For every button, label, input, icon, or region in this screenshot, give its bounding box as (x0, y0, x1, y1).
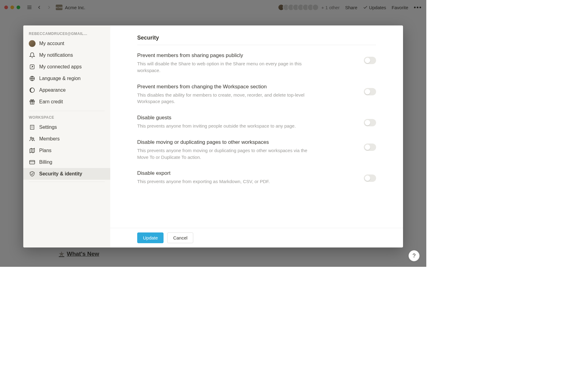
settings-sidebar: REBECCAMDRUCE0@GMAIL… My account My noti… (23, 25, 110, 247)
update-button[interactable]: Update (137, 232, 164, 243)
toggle-prevent-public-share[interactable] (364, 57, 376, 64)
setting-description: This will disable the Share to web optio… (137, 60, 309, 74)
credit-card-icon (29, 159, 36, 166)
sidebar-item-label: My account (39, 41, 64, 46)
bell-icon (29, 52, 36, 59)
svg-point-10 (32, 138, 34, 139)
sidebar-item-label: Settings (39, 125, 57, 130)
globe-icon (29, 75, 36, 82)
setting-disable-export: Disable export This prevents anyone from… (137, 170, 376, 185)
workspace-section-label: WORKSPACE (23, 113, 110, 121)
sidebar-item-appearance[interactable]: Appearance (23, 84, 110, 96)
setting-description: This prevents anyone from exporting as M… (137, 178, 309, 185)
sidebar-item-my-account[interactable]: My account (23, 38, 110, 49)
sidebar-item-label: Earn credit (39, 99, 63, 105)
user-avatar-icon (29, 40, 36, 47)
toggle-disable-guests[interactable] (364, 119, 376, 126)
building-icon (29, 124, 36, 131)
help-button[interactable]: ? (409, 250, 420, 261)
sidebar-item-settings[interactable]: Settings (23, 121, 110, 133)
sidebar-item-label: Plans (39, 148, 51, 153)
account-email-label: REBECCAMDRUCE0@GMAIL… (23, 29, 110, 38)
setting-title: Disable guests (137, 115, 356, 121)
settings-modal: REBECCAMDRUCE0@GMAIL… My account My noti… (23, 25, 403, 247)
svg-point-9 (30, 137, 32, 139)
sidebar-item-label: Appearance (39, 87, 66, 93)
sidebar-item-connected-apps[interactable]: My connected apps (23, 61, 110, 73)
page-title: Security (137, 35, 376, 45)
svg-rect-14 (30, 160, 35, 164)
sidebar-divider (29, 111, 105, 111)
sidebar-item-label: My connected apps (39, 64, 82, 70)
cancel-button[interactable]: Cancel (167, 232, 193, 243)
setting-title: Disable moving or duplicating pages to o… (137, 139, 356, 145)
svg-rect-8 (30, 125, 34, 129)
sidebar-item-earn-credit[interactable]: Earn credit (23, 96, 110, 108)
setting-disable-guests: Disable guests This prevents anyone from… (137, 115, 376, 129)
gift-icon (29, 98, 36, 105)
setting-title: Prevent members from sharing pages publi… (137, 52, 356, 59)
sidebar-item-label: Members (39, 136, 60, 142)
setting-description: This prevents anyone from moving or dupl… (137, 147, 309, 161)
sidebar-item-billing[interactable]: Billing (23, 156, 110, 168)
settings-main: Security Prevent members from sharing pa… (110, 25, 403, 247)
sidebar-item-plans[interactable]: Plans (23, 145, 110, 156)
svg-marker-11 (30, 148, 35, 153)
setting-title: Prevent members from changing the Worksp… (137, 84, 356, 90)
map-icon (29, 147, 36, 154)
sidebar-item-security[interactable]: Security & identity (23, 168, 110, 180)
sidebar-item-label: My notifications (39, 52, 73, 58)
sidebar-item-notifications[interactable]: My notifications (23, 49, 110, 61)
sidebar-item-label: Billing (39, 159, 52, 165)
toggle-disable-export[interactable] (364, 174, 376, 182)
setting-description: This prevents anyone from inviting peopl… (137, 123, 309, 129)
settings-footer: Update Cancel (110, 228, 403, 247)
moon-icon (29, 87, 36, 94)
sidebar-divider (29, 182, 105, 182)
setting-prevent-workspace-change: Prevent members from changing the Worksp… (137, 84, 376, 105)
setting-description: This disables the ability for members to… (137, 92, 309, 105)
people-icon (29, 136, 36, 142)
toggle-prevent-workspace-change[interactable] (364, 88, 376, 95)
external-link-icon (29, 63, 36, 70)
sidebar-item-label: Language & region (39, 76, 81, 81)
sidebar-item-label: Security & identity (39, 171, 82, 177)
setting-prevent-public-share: Prevent members from sharing pages publi… (137, 52, 376, 74)
setting-title: Disable export (137, 170, 356, 176)
sidebar-item-members[interactable]: Members (23, 133, 110, 145)
sidebar-item-language[interactable]: Language & region (23, 73, 110, 84)
setting-disable-move-duplicate: Disable moving or duplicating pages to o… (137, 139, 376, 161)
settings-overlay: REBECCAMDRUCE0@GMAIL… My account My noti… (0, 0, 426, 267)
shield-icon (29, 171, 36, 177)
toggle-disable-move-duplicate[interactable] (364, 144, 376, 151)
